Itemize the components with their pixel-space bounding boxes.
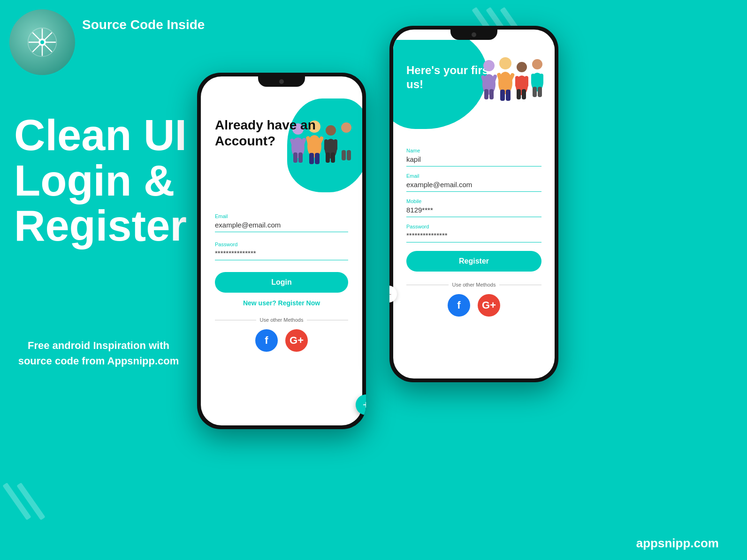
svg-rect-11 <box>293 152 297 163</box>
svg-point-37 <box>499 57 511 69</box>
source-code-label: Source Code Inside <box>82 16 205 33</box>
reg-divider-right <box>499 285 541 285</box>
svg-rect-18 <box>315 153 320 164</box>
reg-social-divider-text: Use other Methods <box>452 282 496 288</box>
svg-rect-45 <box>515 76 519 87</box>
mobile-field-group: Mobile 8129**** <box>406 198 541 217</box>
email-field-group: Email example@email.com <box>215 213 348 232</box>
password-label: Password <box>215 242 348 247</box>
camera-dot-register <box>472 32 476 37</box>
reg-social-divider: Use other Methods <box>406 282 541 288</box>
reg-google-button[interactable]: G+ <box>478 294 500 317</box>
bottom-brand: appsnipp.com <box>636 536 719 551</box>
google-button[interactable]: G+ <box>285 329 308 352</box>
android-icon <box>9 9 75 75</box>
svg-rect-12 <box>298 152 303 163</box>
svg-rect-29 <box>342 150 346 160</box>
password-field-group: Password *************** <box>215 242 348 260</box>
main-title: Clean UI Login & Register <box>14 113 192 249</box>
svg-rect-48 <box>522 89 526 99</box>
mobile-label: Mobile <box>406 198 541 204</box>
reg-password-label: Password <box>406 224 541 229</box>
name-value[interactable]: kapil <box>406 155 541 166</box>
register-people-illustration <box>475 54 550 115</box>
svg-point-43 <box>517 62 527 72</box>
reg-password-field-group: Password *************** <box>406 224 541 242</box>
register-link[interactable]: New user? Register Now <box>215 299 348 307</box>
email-label: Email <box>215 213 348 219</box>
register-form: Name kapil Email example@email.com Mobil… <box>393 143 555 326</box>
sub-text: Free android Inspiration with source cod… <box>14 338 183 369</box>
login-button[interactable]: Login <box>215 272 348 293</box>
divider-right <box>307 320 348 320</box>
svg-rect-36 <box>489 89 494 99</box>
svg-rect-35 <box>484 89 488 99</box>
reg-password-value[interactable]: *************** <box>406 231 541 242</box>
login-heading: Already have an Account? <box>215 117 362 149</box>
decorative-stripe-4 <box>2 483 31 521</box>
register-button[interactable]: Register <box>406 251 541 272</box>
social-icons: f G+ <box>215 329 348 352</box>
decorative-stripe-5 <box>16 483 45 521</box>
svg-point-6 <box>40 40 44 44</box>
reg-divider-left <box>406 285 449 285</box>
facebook-button[interactable]: f <box>255 329 278 352</box>
password-value[interactable]: *************** <box>215 249 348 260</box>
social-divider-text: Use other Methods <box>260 317 304 323</box>
svg-rect-53 <box>533 87 537 97</box>
svg-rect-51 <box>531 74 535 84</box>
svg-rect-30 <box>347 150 351 160</box>
svg-rect-47 <box>517 89 521 99</box>
phone-login: Already have an Account? Email example@e… <box>197 73 366 429</box>
divider-left <box>215 320 256 320</box>
svg-rect-46 <box>525 76 528 87</box>
phone-register: Here's your first step with us! <box>389 26 558 382</box>
svg-rect-52 <box>540 74 543 84</box>
social-divider: Use other Methods <box>215 317 348 323</box>
svg-rect-42 <box>506 90 511 101</box>
svg-rect-23 <box>326 152 330 163</box>
svg-rect-17 <box>309 153 314 164</box>
camera-dot-login <box>279 79 284 84</box>
svg-point-49 <box>532 59 542 69</box>
reg-email-value[interactable]: example@email.com <box>406 181 541 192</box>
mobile-value[interactable]: 8129**** <box>406 206 541 217</box>
reg-social-icons: f G+ <box>406 294 541 317</box>
login-form: Email example@email.com Password *******… <box>215 213 348 352</box>
svg-rect-24 <box>331 152 335 163</box>
name-field-group: Name kapil <box>406 148 541 166</box>
svg-point-31 <box>483 60 495 71</box>
reg-email-field-group: Email example@email.com <box>406 173 541 192</box>
reg-facebook-button[interactable]: f <box>448 294 470 317</box>
email-value[interactable]: example@email.com <box>215 221 348 232</box>
svg-rect-41 <box>500 90 505 101</box>
reg-email-label: Email <box>406 173 541 179</box>
svg-rect-54 <box>538 87 542 97</box>
name-label: Name <box>406 148 541 153</box>
